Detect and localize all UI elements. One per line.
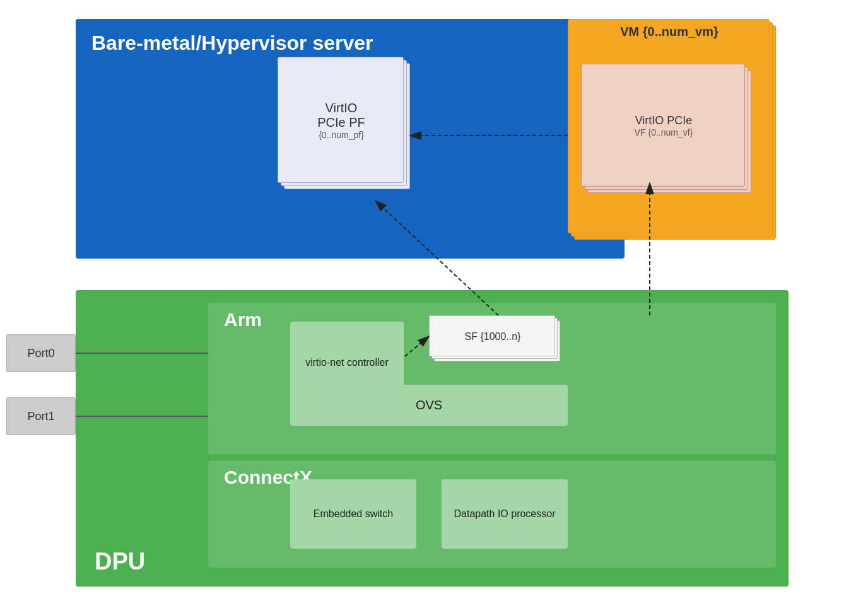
sf-label: SF {1000..n} bbox=[465, 331, 521, 342]
vm-stack: VM {0..num_vm} VirtIO PCIe VF {0..num_vf… bbox=[568, 19, 782, 246]
sf-text: SF {1000..n} bbox=[430, 316, 556, 357]
virtio-pf-line3: {0..num_pf} bbox=[319, 130, 364, 140]
virtio-vf-stack: VirtIO PCIe VF {0..num_vf} bbox=[581, 64, 758, 202]
virtio-pf-line2: PCIe PF bbox=[317, 115, 365, 130]
virtio-net-label: virtio-net controller bbox=[305, 357, 389, 368]
ovs-box: OVS bbox=[290, 385, 568, 426]
embedded-switch-box: Embedded switch bbox=[290, 479, 416, 549]
virtio-vf-line2: VF {0..num_vf} bbox=[635, 127, 693, 137]
datapath-box: Datapath IO processor bbox=[442, 479, 568, 549]
hypervisor-title: Bare-metal/Hypervisor server bbox=[91, 32, 373, 55]
embedded-switch-label: Embedded switch bbox=[314, 508, 393, 520]
port0-label: Port0 bbox=[27, 347, 54, 360]
virtio-vf-box-front: VirtIO PCIe VF {0..num_vf} bbox=[581, 64, 745, 187]
datapath-label: Datapath IO processor bbox=[454, 508, 556, 520]
virtio-vf-line1: VirtIO PCIe bbox=[635, 114, 693, 127]
virtio-pf-line1: VirtIO bbox=[326, 101, 358, 115]
vm-title: VM {0..num_vm} bbox=[568, 25, 770, 39]
virtio-pf-text: VirtIO PCIe PF {0..num_pf} bbox=[278, 57, 404, 184]
vm-box-front: VM {0..num_vm} VirtIO PCIe VF {0..num_vf… bbox=[568, 19, 770, 233]
virtio-pf-stack: VirtIO PCIe PF {0..num_pf} bbox=[278, 57, 416, 202]
arm-title: Arm bbox=[224, 309, 262, 330]
ovs-label: OVS bbox=[416, 398, 442, 412]
port1-label: Port1 bbox=[27, 410, 54, 423]
sf-stack: SF {1000..n} bbox=[429, 315, 568, 372]
diagram-container: Bare-metal/Hypervisor server VirtIO PCIe… bbox=[0, 0, 868, 608]
sf-box-front: SF {1000..n} bbox=[429, 315, 555, 356]
virtio-vf-text: VirtIO PCIe VF {0..num_vf} bbox=[582, 64, 746, 187]
dpu-label: DPU bbox=[95, 548, 145, 575]
virtio-pf-box-front: VirtIO PCIe PF {0..num_pf} bbox=[278, 57, 404, 183]
port1-box: Port1 bbox=[6, 397, 76, 435]
port0-box: Port0 bbox=[6, 334, 76, 372]
